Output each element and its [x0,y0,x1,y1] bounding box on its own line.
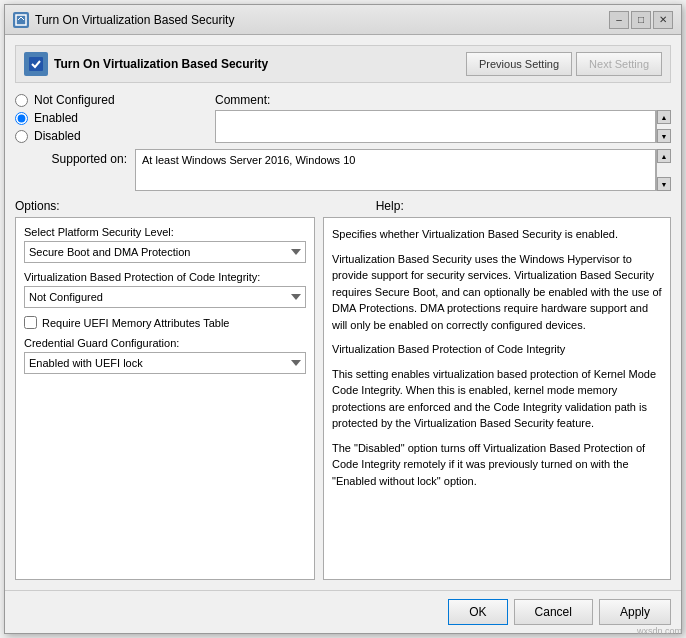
title-bar: Turn On Virtualization Based Security – … [5,5,681,35]
content-area: Turn On Virtualization Based Security Pr… [5,35,681,590]
supported-box: At least Windows Server 2016, Windows 10 [135,149,656,191]
help-section: Specifies whether Virtualization Based S… [323,217,671,580]
supported-label: Supported on: [15,149,135,166]
radio-disabled: Disabled [15,129,215,143]
radio-section: Not Configured Enabled Disabled [15,93,215,143]
supported-value: At least Windows Server 2016, Windows 10 [142,154,355,166]
uefi-checkbox-label: Require UEFI Memory Attributes Table [42,317,229,329]
header-title: Turn On Virtualization Based Security [24,52,268,76]
options-section: Select Platform Security Level: Secure B… [15,217,315,580]
radio-not-configured: Not Configured [15,93,215,107]
comment-area: Comment: ▲ ▼ [215,93,671,143]
uefi-checkbox-row: Require UEFI Memory Attributes Table [24,316,306,329]
main-window: Turn On Virtualization Based Security – … [4,4,682,634]
platform-label: Select Platform Security Level: [24,226,306,238]
header-icon [24,52,48,76]
minimize-button[interactable]: – [609,11,629,29]
credential-label: Credential Guard Configuration: [24,337,306,349]
supported-scrollbar: ▲ ▼ [656,149,671,191]
section-labels: Options: Help: [15,199,671,213]
vbs-select-wrapper: Not Configured Enabled without lock Enab… [24,286,306,308]
credential-select-wrapper: Disabled Enabled with UEFI lock Enabled … [24,352,306,374]
svg-rect-1 [29,57,43,71]
header-row: Turn On Virtualization Based Security Pr… [15,45,671,83]
next-setting-button[interactable]: Next Setting [576,52,662,76]
two-col-section: Select Platform Security Level: Secure B… [15,217,671,580]
uefi-checkbox[interactable] [24,316,37,329]
previous-setting-button[interactable]: Previous Setting [466,52,572,76]
supported-box-wrapper: At least Windows Server 2016, Windows 10… [135,149,671,191]
supported-scroll-down[interactable]: ▼ [657,177,671,191]
footer: OK Cancel Apply wxsdn.com [5,590,681,633]
disabled-label: Disabled [34,129,81,143]
watermark: wxsdn.com [637,626,682,636]
radio-comment-row: Not Configured Enabled Disabled Comment: [15,93,671,143]
scroll-up-btn[interactable]: ▲ [657,110,671,124]
maximize-button[interactable]: □ [631,11,651,29]
help-para-2: Virtualization Based Security uses the W… [332,251,662,334]
comment-textarea[interactable] [216,111,655,142]
ok-button[interactable]: OK [448,599,507,625]
supported-row: Supported on: At least Windows Server 20… [15,149,671,191]
not-configured-radio[interactable] [15,94,28,107]
help-para-1: Specifies whether Virtualization Based S… [332,226,662,243]
platform-select[interactable]: Secure Boot only Secure Boot and DMA Pro… [24,241,306,263]
vbs-label: Virtualization Based Protection of Code … [24,271,306,283]
vbs-group: Virtualization Based Protection of Code … [24,271,306,308]
comment-scrollbar: ▲ ▼ [656,110,671,143]
enabled-radio[interactable] [15,112,28,125]
header-title-text: Turn On Virtualization Based Security [54,57,268,71]
platform-select-wrapper: Secure Boot only Secure Boot and DMA Pro… [24,241,306,263]
supported-scroll-up[interactable]: ▲ [657,149,671,163]
help-para-5: The "Disabled" option turns off Virtuali… [332,440,662,490]
title-bar-controls: – □ ✕ [609,11,673,29]
help-para-4: This setting enables virtualization base… [332,366,662,432]
comment-box-wrapper: ▲ ▼ [215,110,671,143]
not-configured-label: Not Configured [34,93,115,107]
close-button[interactable]: ✕ [653,11,673,29]
help-para-3: Virtualization Based Protection of Code … [332,341,662,358]
comment-label: Comment: [215,93,671,107]
vbs-select[interactable]: Not Configured Enabled without lock Enab… [24,286,306,308]
apply-button[interactable]: Apply [599,599,671,625]
title-bar-left: Turn On Virtualization Based Security [13,12,234,28]
platform-group: Select Platform Security Level: Secure B… [24,226,306,263]
comment-textarea-container [215,110,656,143]
window-icon [13,12,29,28]
disabled-radio[interactable] [15,130,28,143]
help-section-label: Help: [68,199,671,213]
scroll-down-btn[interactable]: ▼ [657,129,671,143]
credential-group: Credential Guard Configuration: Disabled… [24,337,306,374]
enabled-label: Enabled [34,111,78,125]
options-section-label: Options: [15,199,60,213]
radio-enabled: Enabled [15,111,215,125]
credential-select[interactable]: Disabled Enabled with UEFI lock Enabled … [24,352,306,374]
cancel-button[interactable]: Cancel [514,599,593,625]
window-title: Turn On Virtualization Based Security [35,13,234,27]
header-buttons: Previous Setting Next Setting [466,52,662,76]
